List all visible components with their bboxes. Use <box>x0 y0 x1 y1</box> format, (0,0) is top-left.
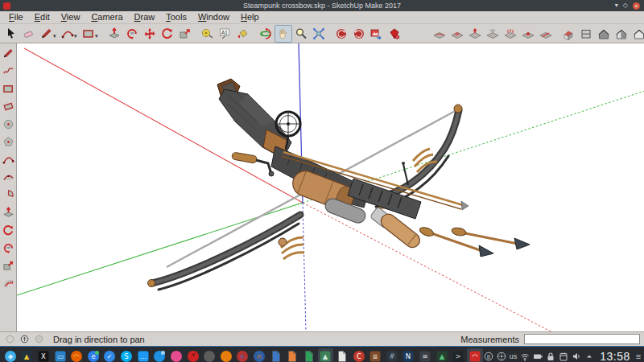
orbit-tool-button[interactable] <box>257 25 275 43</box>
scale-tool-button[interactable] <box>1 258 15 273</box>
taskbar-chat-app[interactable]: … <box>135 348 151 362</box>
sandbox-drape-button[interactable] <box>502 25 519 43</box>
battery-icon[interactable] <box>533 352 543 361</box>
title-bar[interactable]: Steampunk crossbow.skp - SketchUp Make 2… <box>0 0 644 11</box>
paint-bucket-tool-button[interactable] <box>234 25 252 43</box>
followme-tool-button[interactable] <box>123 25 141 43</box>
taskbar-image-viewer[interactable]: ▲ <box>318 348 334 362</box>
zoom-tool-button[interactable] <box>292 25 310 43</box>
offset-tool-button[interactable] <box>1 276 15 290</box>
position-camera-button[interactable] <box>386 25 403 43</box>
rectangle-tool-dropdown[interactable]: ▾ <box>95 33 101 39</box>
taskbar-firefox[interactable]: ◠ <box>68 348 85 362</box>
sandbox-from-scratch-button[interactable] <box>448 25 466 43</box>
sandbox-flip-edge-button[interactable] <box>537 25 555 43</box>
taskbar-list-app[interactable]: ≡ <box>417 348 433 362</box>
crossbow-model[interactable] <box>148 79 530 290</box>
taskbar-system-monitor[interactable]: ▲ <box>434 348 450 362</box>
view-front-button[interactable] <box>595 25 613 43</box>
taskbar-document-blue[interactable] <box>268 348 284 362</box>
view-back-button[interactable] <box>630 25 644 43</box>
wifi-icon[interactable] <box>520 352 530 361</box>
view-right-button[interactable] <box>613 25 630 43</box>
taskbar-c-app[interactable]: C <box>351 348 367 362</box>
view-iso-button[interactable] <box>559 25 577 43</box>
sandbox-from-contours-button[interactable] <box>431 25 448 43</box>
arc-tool-button[interactable] <box>1 152 15 167</box>
camera-previous-button[interactable] <box>332 25 350 43</box>
taskbar-blender[interactable] <box>218 348 234 362</box>
taskbar-sketchup[interactable]: ◠ <box>467 348 483 362</box>
taskbar-notes-app[interactable]: N <box>401 348 417 362</box>
pie-tool-button[interactable] <box>1 187 15 202</box>
followme-tool-button[interactable] <box>1 241 15 255</box>
caret-up-icon[interactable] <box>584 352 594 361</box>
notifications-status-icon[interactable] <box>497 352 506 361</box>
volume-icon[interactable] <box>572 352 581 361</box>
pushpull-tool-button[interactable] <box>105 25 123 43</box>
move-tool-button[interactable] <box>141 25 159 43</box>
minimize-button[interactable]: ▾ <box>615 2 618 10</box>
pushpull-tool-button[interactable] <box>1 205 15 220</box>
taskbar-kde-editor[interactable]: ▲ <box>19 348 35 362</box>
menu-window[interactable]: Window <box>192 11 235 23</box>
keyboard-layout-indicator[interactable]: us <box>510 352 518 360</box>
taskbar-file-manager[interactable]: ▭ <box>52 348 68 362</box>
taskbar-library-app[interactable]: ≣ <box>367 348 383 362</box>
sandbox-stamp-button[interactable] <box>484 25 502 43</box>
tape-measure-tool-button[interactable] <box>199 25 217 43</box>
taskbar-document-green[interactable] <box>301 348 317 362</box>
rotate-tool-button[interactable] <box>159 25 176 43</box>
pan-tool-button[interactable] <box>275 25 292 43</box>
taskbar-media-app[interactable] <box>168 348 184 362</box>
line-tool-dropdown[interactable]: ▾ <box>53 33 59 39</box>
rectangle-tool-button[interactable] <box>1 81 15 96</box>
taskbar-gimp[interactable] <box>201 348 217 362</box>
zoom-extents-tool-button[interactable] <box>310 25 328 43</box>
taskbar-terminal[interactable]: > <box>450 348 466 362</box>
taskbar-clock[interactable]: 13:58 <box>600 350 630 362</box>
freehand-tool-button[interactable] <box>1 64 15 78</box>
menu-help[interactable]: Help <box>235 11 265 23</box>
two-point-arc-tool-button[interactable] <box>1 170 15 184</box>
menu-file[interactable]: File <box>3 11 29 23</box>
sandbox-add-detail-button[interactable] <box>519 25 537 43</box>
polygon-tool-button[interactable] <box>1 134 15 149</box>
close-button[interactable]: × <box>633 2 640 10</box>
help-icon[interactable] <box>35 335 43 343</box>
calendar-icon[interactable] <box>559 352 568 361</box>
photo-match-button[interactable] <box>368 25 386 43</box>
viewport-canvas[interactable] <box>17 43 644 331</box>
line-tool-button[interactable] <box>1 46 15 60</box>
taskbar-document-white[interactable] <box>334 348 350 362</box>
view-top-button[interactable] <box>577 25 595 43</box>
taskbar-tasks-app[interactable]: ✓ <box>102 348 118 362</box>
maximize-button[interactable]: ◇ <box>623 2 628 10</box>
bluetooth-status-icon[interactable]: B <box>484 352 493 361</box>
claim-credit-icon[interactable] <box>20 335 29 343</box>
scale-tool-button[interactable] <box>176 25 194 43</box>
menu-edit[interactable]: Edit <box>29 11 56 23</box>
taskbar-messenger[interactable] <box>151 348 167 362</box>
sandbox-smoove-button[interactable] <box>466 25 484 43</box>
eraser-tool-button[interactable] <box>20 25 38 43</box>
text-tool-button[interactable]: A1 <box>217 25 234 43</box>
menu-view[interactable]: View <box>56 11 86 23</box>
taskbar-app-launcher[interactable]: ◈ <box>2 348 19 362</box>
menu-camera[interactable]: Camera <box>85 11 128 23</box>
taskbar-menu-icon[interactable]: ≡ <box>636 352 641 361</box>
taskbar-document-orange[interactable] <box>284 348 300 362</box>
camera-next-button[interactable] <box>350 25 368 43</box>
taskbar-x-editor[interactable]: X <box>35 348 52 362</box>
taskbar-red-app[interactable]: * <box>185 348 201 362</box>
geolocation-icon[interactable] <box>6 335 14 343</box>
lock-icon[interactable] <box>546 352 555 361</box>
select-tool-button[interactable] <box>2 25 20 43</box>
circle-tool-button[interactable] <box>1 117 15 131</box>
menu-tools[interactable]: Tools <box>160 11 192 23</box>
taskbar-audio-app[interactable]: ∩ <box>251 348 267 362</box>
taskbar-calculator[interactable]: # <box>384 348 400 362</box>
taskbar-skype[interactable]: S <box>118 348 134 362</box>
menu-draw[interactable]: Draw <box>129 11 161 23</box>
taskbar-cad-app[interactable]: + <box>235 348 251 362</box>
